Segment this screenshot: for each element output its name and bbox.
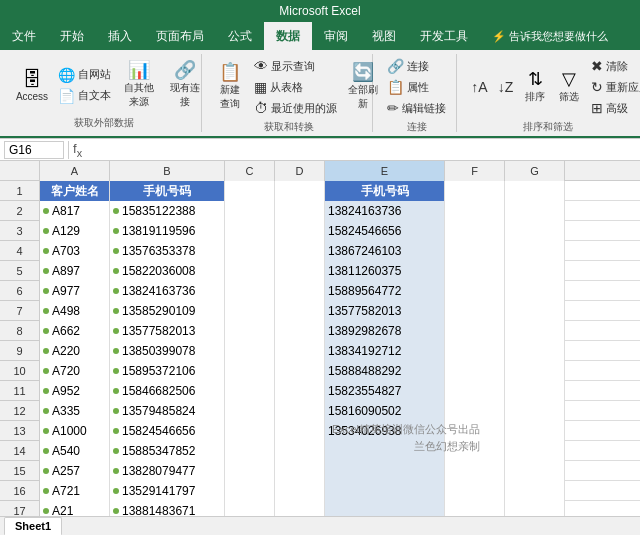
cell[interactable]	[445, 461, 505, 481]
cell[interactable]	[445, 241, 505, 261]
cell[interactable]	[325, 481, 445, 501]
cell[interactable]: 13828079477	[110, 461, 225, 481]
cell[interactable]	[505, 421, 565, 441]
existing-connections-button[interactable]: 🔗 现有连接	[163, 59, 207, 111]
cell[interactable]	[325, 461, 445, 481]
cell[interactable]	[445, 321, 505, 341]
row-header[interactable]: 13	[0, 421, 39, 441]
row-header[interactable]: 1	[0, 181, 39, 201]
col-header-d[interactable]: D	[275, 161, 325, 181]
cell[interactable]	[505, 281, 565, 301]
cell[interactable]: 13824163736	[325, 201, 445, 221]
cell[interactable]	[275, 321, 325, 341]
cell[interactable]	[505, 321, 565, 341]
cell[interactable]: 13850399078	[110, 341, 225, 361]
cell[interactable]	[445, 361, 505, 381]
other-sources-button[interactable]: 📊 自其他来源	[117, 59, 161, 111]
tab-review[interactable]: 审阅	[312, 22, 360, 50]
cell[interactable]: 13811260375	[325, 261, 445, 281]
cell[interactable]: A1000	[40, 421, 110, 441]
cell[interactable]	[505, 221, 565, 241]
cell[interactable]	[275, 501, 325, 516]
cell[interactable]	[505, 241, 565, 261]
cell[interactable]: 客户姓名	[40, 181, 110, 201]
cell[interactable]: 15888488292	[325, 361, 445, 381]
cell[interactable]: 13577582013	[325, 301, 445, 321]
row-header[interactable]: 5	[0, 261, 39, 281]
row-header[interactable]: 14	[0, 441, 39, 461]
cell[interactable]	[275, 441, 325, 461]
cell[interactable]	[445, 381, 505, 401]
cell[interactable]	[505, 201, 565, 221]
tab-view[interactable]: 视图	[360, 22, 408, 50]
cell[interactable]	[275, 261, 325, 281]
cell[interactable]	[445, 181, 505, 201]
cell[interactable]: A662	[40, 321, 110, 341]
cell[interactable]: A220	[40, 341, 110, 361]
cell[interactable]	[275, 421, 325, 441]
cell[interactable]	[225, 241, 275, 261]
cell[interactable]	[275, 221, 325, 241]
tab-developer[interactable]: 开发工具	[408, 22, 480, 50]
tab-layout[interactable]: 页面布局	[144, 22, 216, 50]
cell[interactable]: 13819119596	[110, 221, 225, 241]
cell[interactable]	[445, 441, 505, 461]
col-header-e[interactable]: E	[325, 161, 445, 181]
cell[interactable]: A21	[40, 501, 110, 516]
row-header[interactable]: 12	[0, 401, 39, 421]
sort-asc-button[interactable]: ↑A	[467, 77, 491, 97]
advanced-button[interactable]: ⊞ 高级	[587, 98, 640, 118]
cell[interactable]	[225, 281, 275, 301]
cell[interactable]: A129	[40, 221, 110, 241]
cell[interactable]: A720	[40, 361, 110, 381]
cell[interactable]: 15824546656	[325, 221, 445, 241]
show-query-button[interactable]: 👁 显示查询	[250, 56, 341, 76]
cell[interactable]: A540	[40, 441, 110, 461]
row-header[interactable]: 2	[0, 201, 39, 221]
cell[interactable]: 13579485824	[110, 401, 225, 421]
cell[interactable]: 13867246103	[325, 241, 445, 261]
cell[interactable]	[225, 321, 275, 341]
cell[interactable]: A703	[40, 241, 110, 261]
cell[interactable]	[505, 441, 565, 461]
cell[interactable]	[505, 361, 565, 381]
web-button[interactable]: 🌐 自网站	[54, 65, 115, 85]
cell[interactable]	[505, 481, 565, 501]
cell[interactable]: A498	[40, 301, 110, 321]
cell[interactable]	[445, 261, 505, 281]
cell[interactable]	[505, 401, 565, 421]
cell[interactable]	[445, 221, 505, 241]
cell[interactable]: 13577582013	[110, 321, 225, 341]
cell[interactable]	[445, 341, 505, 361]
tab-formula[interactable]: 公式	[216, 22, 264, 50]
cell[interactable]: A897	[40, 261, 110, 281]
properties-button[interactable]: 📋 属性	[383, 77, 450, 97]
cell[interactable]	[275, 301, 325, 321]
filter-button[interactable]: ▽ 筛选	[553, 68, 585, 106]
recent-sources-button[interactable]: ⏱ 最近使用的源	[250, 98, 341, 118]
cell[interactable]	[225, 421, 275, 441]
cell[interactable]: 13881483671	[110, 501, 225, 516]
cell[interactable]	[505, 261, 565, 281]
cell[interactable]: 15889564772	[325, 281, 445, 301]
col-header-f[interactable]: F	[445, 161, 505, 181]
cell[interactable]	[445, 301, 505, 321]
row-header[interactable]: 15	[0, 461, 39, 481]
row-header[interactable]: 7	[0, 301, 39, 321]
cell[interactable]	[275, 401, 325, 421]
row-header[interactable]: 4	[0, 241, 39, 261]
cell[interactable]: 13834192712	[325, 341, 445, 361]
cell-reference[interactable]	[4, 141, 64, 159]
access-button[interactable]: 🗄 Access	[12, 67, 52, 104]
cell[interactable]	[225, 221, 275, 241]
cell[interactable]	[275, 361, 325, 381]
cell[interactable]	[445, 481, 505, 501]
tab-home[interactable]: 开始	[48, 22, 96, 50]
cell[interactable]: 13534026938	[325, 421, 445, 441]
sort-button[interactable]: ⇅ 排序	[519, 68, 551, 106]
cell[interactable]	[325, 441, 445, 461]
edit-links-button[interactable]: ✏ 编辑链接	[383, 98, 450, 118]
cell[interactable]	[225, 361, 275, 381]
row-header[interactable]: 16	[0, 481, 39, 501]
cell[interactable]	[275, 181, 325, 201]
